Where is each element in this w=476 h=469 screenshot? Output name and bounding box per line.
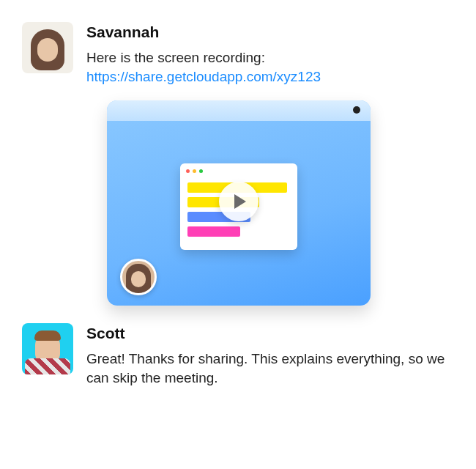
message-text: Great! Thanks for sharing. This explains… bbox=[86, 350, 454, 387]
sender-name: Scott bbox=[86, 325, 454, 342]
sender-name: Savannah bbox=[86, 23, 454, 41]
avatar-savannah[interactable] bbox=[22, 22, 73, 73]
message-intro: Here is the screen recording: bbox=[86, 50, 265, 65]
video-preview-card[interactable] bbox=[107, 100, 371, 306]
content-bar bbox=[187, 226, 240, 237]
recording-link[interactable]: https://share.getcloudapp.com/xyz123 bbox=[86, 69, 321, 84]
camera-icon bbox=[353, 106, 360, 114]
preview-titlebar bbox=[107, 100, 371, 121]
message-scott: Scott Great! Thanks for sharing. This ex… bbox=[22, 323, 454, 387]
traffic-lights-icon bbox=[186, 169, 203, 173]
message-text: Here is the screen recording: https://sh… bbox=[86, 48, 454, 86]
play-button[interactable] bbox=[219, 182, 259, 221]
avatar-scott[interactable] bbox=[22, 323, 73, 374]
play-icon bbox=[233, 193, 248, 210]
presenter-bubble-avatar[interactable] bbox=[120, 259, 157, 295]
message-body: Scott Great! Thanks for sharing. This ex… bbox=[86, 323, 454, 387]
message-savannah: Savannah Here is the screen recording: h… bbox=[22, 22, 454, 86]
message-body: Savannah Here is the screen recording: h… bbox=[86, 22, 454, 86]
